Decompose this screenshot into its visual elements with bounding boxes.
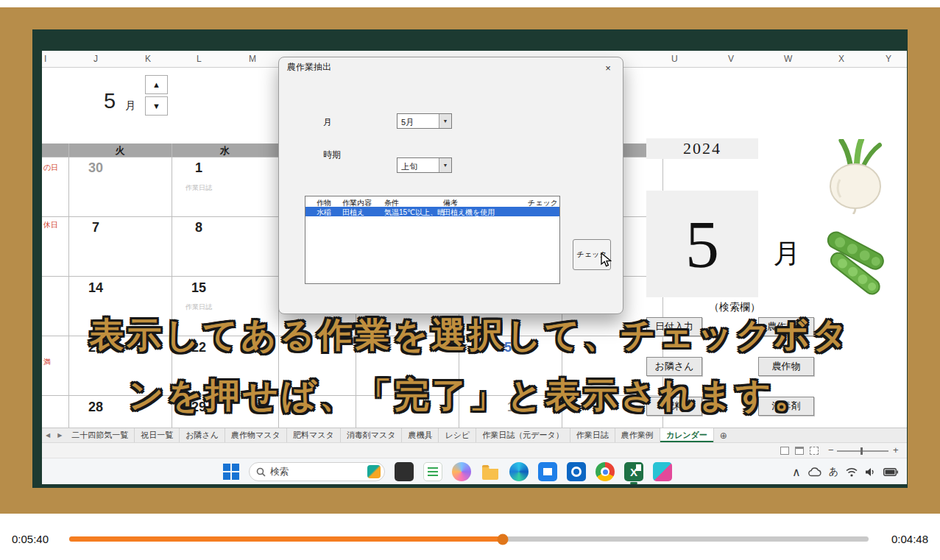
calendar-date-cell[interactable]: 15 bbox=[191, 280, 206, 296]
calendar-date-cell[interactable]: 1 bbox=[195, 160, 202, 176]
progress-bar[interactable] bbox=[69, 536, 869, 542]
month-combobox-value: 5月 bbox=[397, 114, 439, 128]
farm-work-extract-dialog: 農作業抽出 × 月 5月 ▼ 時期 上旬 ▼ 作物 作業内容 条件 備考 チ bbox=[278, 57, 623, 314]
calendar-date-cell[interactable]: 8 bbox=[195, 220, 202, 235]
column-header[interactable]: U bbox=[671, 54, 678, 64]
wifi-icon[interactable] bbox=[846, 467, 858, 477]
work-diary-note: 作業日誌 bbox=[185, 302, 212, 312]
onedrive-cloud-icon[interactable] bbox=[808, 467, 821, 477]
month-combobox[interactable]: 5月 ▼ bbox=[397, 113, 452, 129]
copilot-app-icon[interactable] bbox=[452, 462, 471, 481]
caption-line-1: 表示してある作業を選択して、チェックボタ bbox=[0, 312, 940, 358]
month-big-number: 5 bbox=[685, 205, 719, 283]
search-icon bbox=[256, 467, 266, 477]
column-header[interactable]: V bbox=[728, 54, 734, 64]
remaining-time: 0:04:48 bbox=[891, 533, 928, 545]
caption-line-2: ンを押せば、「完了」と表示されます。 bbox=[0, 372, 940, 419]
zoom-slider[interactable] bbox=[837, 450, 888, 452]
video-frame: I J K L M U V W X Y 5 月 ▲ ▼ 火 水 bbox=[32, 29, 908, 488]
status-bar: − + bbox=[42, 442, 907, 458]
file-explorer-icon[interactable] bbox=[481, 462, 500, 481]
sheet-tab[interactable]: 作業日誌（元データ） bbox=[476, 428, 570, 442]
column-header[interactable]: X bbox=[838, 54, 844, 64]
progress-handle[interactable] bbox=[497, 534, 508, 545]
month-spinner-up-button[interactable]: ▲ bbox=[145, 75, 168, 94]
sheet-tab[interactable]: お隣さん bbox=[180, 428, 225, 442]
period-dropdown-icon[interactable]: ▼ bbox=[439, 158, 451, 172]
calendar-date-cell[interactable]: 14 bbox=[88, 280, 103, 296]
sheet-tab[interactable]: 作業日誌 bbox=[570, 428, 615, 442]
search-widget-icon bbox=[367, 465, 381, 478]
taskbar-search-input[interactable]: 検索 bbox=[249, 462, 385, 481]
calendar-date-cell[interactable]: 30 bbox=[88, 160, 103, 176]
sheet-tab[interactable]: レシピ bbox=[439, 428, 476, 442]
column-header[interactable]: L bbox=[197, 54, 202, 64]
sheet-tab[interactable]: 農機具 bbox=[402, 428, 439, 442]
calendar-side-label: の日 bbox=[43, 163, 58, 173]
column-header[interactable]: Y bbox=[886, 54, 891, 64]
excel-app-icon[interactable]: X bbox=[624, 462, 643, 481]
sheet-tab[interactable]: 二十四節気一覧 bbox=[66, 428, 135, 442]
month-dropdown-icon[interactable]: ▼ bbox=[439, 114, 451, 128]
sheet-tab[interactable]: 肥料マスタ bbox=[287, 428, 341, 442]
outlook-app-icon[interactable] bbox=[567, 462, 586, 481]
task-listbox[interactable]: 作物 作業内容 条件 備考 チェック 水稲 田植え 気温15℃以上、晴 田植え機… bbox=[305, 196, 560, 284]
page-break-view-icon[interactable] bbox=[810, 447, 819, 455]
dialog-title: 農作業抽出 bbox=[279, 57, 623, 77]
tab-scroll-right-icon[interactable]: ▶ bbox=[54, 428, 66, 442]
column-header[interactable]: J bbox=[93, 54, 98, 64]
tab-scroll-left-icon[interactable]: ◀ bbox=[42, 428, 54, 442]
powertoys-app-icon[interactable] bbox=[653, 462, 672, 481]
calendar-date-cell[interactable]: 7 bbox=[92, 220, 99, 235]
period-combobox-value: 上旬 bbox=[397, 158, 439, 172]
elapsed-time: 0:05:40 bbox=[12, 533, 49, 545]
normal-view-icon[interactable] bbox=[780, 447, 789, 455]
sheet-tab[interactable]: 農作物マスタ bbox=[225, 428, 287, 442]
month-suffix-label: 月 bbox=[125, 99, 135, 113]
month-big-cell[interactable]: 5 bbox=[646, 191, 758, 297]
calendar-side-label: 休日 bbox=[43, 220, 58, 230]
terminal-app-icon[interactable] bbox=[395, 462, 414, 481]
sheet-tab[interactable]: 消毒剤マスタ bbox=[341, 428, 403, 442]
sheet-tab[interactable]: 農作業例 bbox=[615, 428, 660, 442]
edge-browser-icon[interactable] bbox=[509, 462, 529, 481]
store-app-icon[interactable] bbox=[538, 462, 557, 481]
ime-indicator[interactable]: あ bbox=[829, 465, 838, 478]
sheet-tab[interactable]: 祝日一覧 bbox=[135, 428, 180, 442]
dialog-close-button[interactable]: × bbox=[601, 61, 615, 74]
excel-screen: I J K L M U V W X Y 5 月 ▲ ▼ 火 水 bbox=[42, 51, 907, 484]
chrome-browser-icon[interactable] bbox=[596, 462, 615, 481]
peas-image bbox=[812, 221, 897, 295]
period-combobox[interactable]: 上旬 ▼ bbox=[397, 157, 452, 173]
month-spinner-down-button[interactable]: ▼ bbox=[145, 96, 168, 116]
period-field-label: 時期 bbox=[323, 149, 341, 161]
zoom-in-icon[interactable]: + bbox=[893, 444, 899, 456]
task-remark: 田植え機を使用 bbox=[443, 208, 495, 218]
sheet-tab-bar: ◀ ▶ 二十四節気一覧 祝日一覧 お隣さん 農作物マスタ 肥料マスタ 消毒剤マス… bbox=[42, 428, 907, 442]
zoom-slider-thumb[interactable] bbox=[861, 447, 863, 455]
windows-taskbar: 検索 X bbox=[42, 458, 907, 484]
task-condition: 気温15℃以上、晴 bbox=[384, 208, 445, 218]
mouse-cursor-icon bbox=[601, 252, 612, 268]
search-placeholder-text: 検索 bbox=[270, 466, 363, 478]
notes-app-icon[interactable] bbox=[423, 462, 442, 481]
column-header[interactable]: I bbox=[44, 54, 46, 64]
year-cell[interactable]: 2024 bbox=[646, 138, 758, 159]
tray-chevron-icon[interactable]: ∧ bbox=[792, 465, 801, 479]
day-header-tuesday: 火 bbox=[68, 144, 172, 157]
page-layout-view-icon[interactable] bbox=[795, 447, 804, 455]
progress-fill bbox=[69, 536, 503, 542]
selected-task-row[interactable]: 水稲 田植え 気温15℃以上、晴 田植え機を使用 bbox=[305, 207, 559, 216]
volume-icon[interactable] bbox=[865, 467, 876, 477]
turnip-image bbox=[815, 139, 896, 214]
add-sheet-icon[interactable]: ⊕ bbox=[714, 428, 733, 442]
column-header[interactable]: K bbox=[145, 54, 151, 64]
column-header[interactable]: M bbox=[249, 54, 256, 64]
month-big-suffix: 月 bbox=[758, 231, 816, 277]
start-button-icon[interactable] bbox=[223, 464, 239, 480]
spinner-down-icon: ▼ bbox=[152, 102, 160, 110]
battery-icon[interactable] bbox=[883, 468, 898, 476]
zoom-out-icon[interactable]: − bbox=[828, 444, 834, 456]
sheet-tab-calendar-active[interactable]: カレンダー bbox=[660, 428, 714, 442]
column-header[interactable]: W bbox=[784, 54, 792, 64]
